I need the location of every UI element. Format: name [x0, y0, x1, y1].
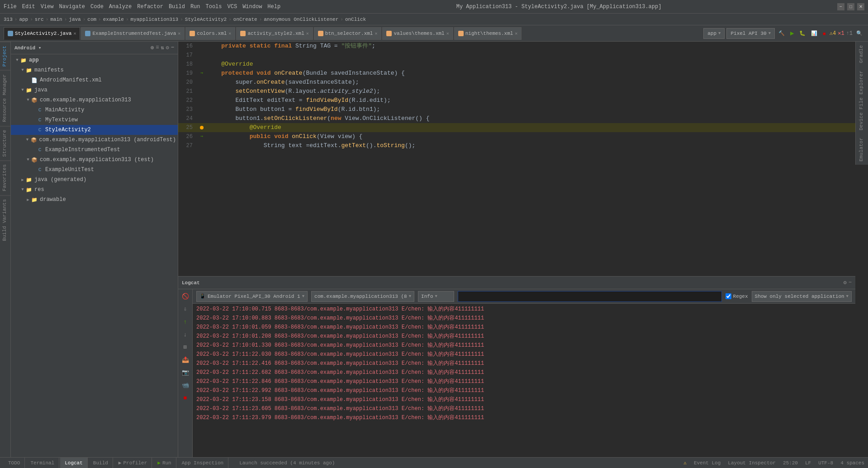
- tool-tab-emulator[interactable]: Emulator: [856, 134, 868, 165]
- tab-night-themes-xml[interactable]: night\themes.xml ✕: [454, 27, 522, 40]
- menu-build[interactable]: Build: [169, 4, 185, 10]
- tree-item-java-generated[interactable]: ▶ 📁 java (generated): [11, 175, 178, 185]
- layout-inspector-label[interactable]: Layout Inspector: [728, 460, 776, 466]
- video-icon[interactable]: 📹: [180, 380, 191, 391]
- regex-checkbox[interactable]: [726, 293, 731, 299]
- hide-icon[interactable]: −: [171, 44, 174, 51]
- minimize-button[interactable]: −: [837, 3, 844, 10]
- run-config-selector[interactable]: app ▼: [703, 28, 725, 39]
- tree-item-androidmanifest[interactable]: 📄 AndroidManifest.xml: [11, 75, 178, 85]
- tab-terminal[interactable]: Terminal: [26, 458, 59, 468]
- scroll-to-end-icon[interactable]: ⇩: [180, 304, 191, 315]
- tool-tab-device-file-explorer[interactable]: Device File Explorer: [856, 67, 868, 134]
- logcat-settings-icon[interactable]: ⚙: [844, 279, 847, 286]
- collapse-all-icon[interactable]: ⇅: [161, 44, 164, 51]
- stop-icon[interactable]: ■: [180, 392, 191, 403]
- tab-profiler[interactable]: ▶ Profiler: [114, 458, 152, 468]
- tab-app-inspection[interactable]: App Inspection: [177, 458, 228, 468]
- make-button[interactable]: 🔨: [777, 29, 787, 37]
- menu-file[interactable]: File: [4, 4, 17, 10]
- tab-run[interactable]: ▶ Run: [153, 458, 176, 468]
- status-spaces[interactable]: 4 spaces: [840, 460, 864, 466]
- tab-themes-xml[interactable]: values\themes.xml ✕: [382, 27, 453, 40]
- breadcrumb-item[interactable]: myapplication313: [131, 17, 179, 22]
- tree-item-app[interactable]: ▼ 📁 app: [11, 55, 178, 65]
- tool-tab-favorites[interactable]: Favorites: [0, 160, 10, 195]
- status-encoding[interactable]: UTF-8: [818, 460, 833, 466]
- tab-close-button[interactable]: ✕: [375, 31, 377, 36]
- tab-close-button[interactable]: ✕: [178, 31, 180, 36]
- tab-activity-style2-xml[interactable]: activity_style2.xml ✕: [236, 27, 313, 40]
- menu-window[interactable]: Window: [242, 4, 262, 10]
- tool-tab-resource-manager[interactable]: Resource Manager: [0, 70, 10, 126]
- menu-run[interactable]: Run: [190, 4, 200, 10]
- logcat-search-input[interactable]: [458, 291, 721, 302]
- tree-item-java[interactable]: ▼ 📁 java: [11, 85, 178, 95]
- tree-item-drawable[interactable]: ▶ 📁 drawable: [11, 195, 178, 205]
- menu-vcs[interactable]: VCS: [228, 4, 237, 10]
- filter-icon[interactable]: ⊞: [180, 342, 191, 353]
- app-select[interactable]: com.example.myapplication313 (8 ▼: [311, 291, 414, 302]
- breadcrumb-item[interactable]: com: [87, 17, 96, 22]
- breadcrumb-item[interactable]: anonymous OnClickListener: [264, 17, 338, 22]
- breadcrumb-item[interactable]: 313: [4, 17, 13, 22]
- menu-help[interactable]: Help: [267, 4, 280, 10]
- log-level-select[interactable]: Info ▼: [418, 291, 454, 302]
- tab-build[interactable]: Build: [89, 458, 113, 468]
- menu-code[interactable]: Code: [90, 4, 104, 10]
- breadcrumb-item[interactable]: onClick: [345, 17, 366, 22]
- tab-exampleinstrumentedtest[interactable]: ExampleInstrumentedTest.java ✕: [81, 27, 185, 40]
- tab-close-button[interactable]: ✕: [446, 31, 449, 36]
- tool-tab-build-variants[interactable]: Build Variants: [0, 195, 10, 244]
- debug-button[interactable]: 🐛: [797, 29, 807, 37]
- tab-close-button[interactable]: ✕: [306, 31, 309, 36]
- breadcrumb-item[interactable]: app: [19, 17, 28, 22]
- breadcrumb-item[interactable]: example: [103, 17, 124, 22]
- show-only-select[interactable]: Show only selected application ▼: [752, 291, 852, 302]
- export-icon[interactable]: 📤: [180, 354, 191, 365]
- sync-icon[interactable]: ⊕: [151, 44, 154, 51]
- tab-todo[interactable]: TODO: [4, 458, 25, 468]
- run-button[interactable]: ▶: [788, 29, 796, 37]
- tool-tab-project[interactable]: Project: [0, 42, 10, 70]
- breadcrumb-item[interactable]: main: [50, 17, 62, 22]
- tree-item-exampleunittest[interactable]: C ExampleUnitTest: [11, 165, 178, 175]
- tree-item-styleactivity2[interactable]: C StyleActivity2: [11, 125, 178, 135]
- settings-icon[interactable]: ⚙: [166, 44, 169, 51]
- tool-tab-structure[interactable]: Structure: [0, 126, 10, 160]
- tree-item-exampleinstrumentedtest[interactable]: C ExampleInstrumentedTest: [11, 145, 178, 155]
- tab-btn-selector-xml[interactable]: btn_selector.xml ✕: [314, 27, 382, 40]
- tab-colors-xml[interactable]: colors.xml ✕: [185, 27, 235, 40]
- menu-analyze[interactable]: Analyze: [109, 4, 132, 10]
- down-icon[interactable]: ↓: [180, 329, 191, 340]
- menu-refactor[interactable]: Refactor: [137, 4, 163, 10]
- tab-close-button[interactable]: ✕: [515, 31, 517, 36]
- breadcrumb-item[interactable]: StyleActivity2: [185, 17, 227, 22]
- logcat-close-icon[interactable]: −: [849, 279, 852, 286]
- tree-item-mytextview[interactable]: C MyTextview: [11, 115, 178, 125]
- breadcrumb-item[interactable]: src: [35, 17, 44, 22]
- stop-button[interactable]: ■: [821, 30, 828, 37]
- tree-item-manifests[interactable]: ▼ 📁 manifests: [11, 65, 178, 75]
- tree-item-res[interactable]: ▼ 📁 res: [11, 185, 178, 195]
- code-editor[interactable]: 16 private static final String TAG = "按钮…: [178, 42, 855, 276]
- tool-tab-gradle[interactable]: Gradle: [856, 42, 868, 67]
- menu-bar[interactable]: File Edit View Navigate Code Analyze Ref…: [4, 4, 280, 10]
- tab-styleactivity2[interactable]: StyleActivity2.java ✕: [4, 27, 80, 40]
- maximize-button[interactable]: □: [847, 3, 854, 10]
- up-icon[interactable]: ↑: [180, 316, 191, 327]
- profile-button[interactable]: 📊: [809, 29, 819, 37]
- close-button[interactable]: ✕: [857, 3, 864, 10]
- tab-logcat[interactable]: Logcat: [60, 458, 88, 468]
- tree-item-mainactivity[interactable]: C MainActivity: [11, 105, 178, 115]
- search-button[interactable]: 🔍: [854, 29, 864, 37]
- window-controls[interactable]: − □ ✕: [837, 3, 864, 10]
- menu-navigate[interactable]: Navigate: [59, 4, 85, 10]
- screenshot-icon[interactable]: 📷: [180, 367, 191, 378]
- status-lf[interactable]: LF: [805, 460, 811, 466]
- menu-edit[interactable]: Edit: [22, 4, 35, 10]
- tab-close-button[interactable]: ✕: [73, 31, 76, 36]
- tree-item-package-test[interactable]: ▼ 📦 com.example.myapplication313 (test): [11, 155, 178, 165]
- device-select[interactable]: 📱 Emulator Pixel_API_30 Android 1 ▼: [196, 291, 308, 302]
- device-selector[interactable]: Pixel API 30 ▼: [726, 28, 775, 39]
